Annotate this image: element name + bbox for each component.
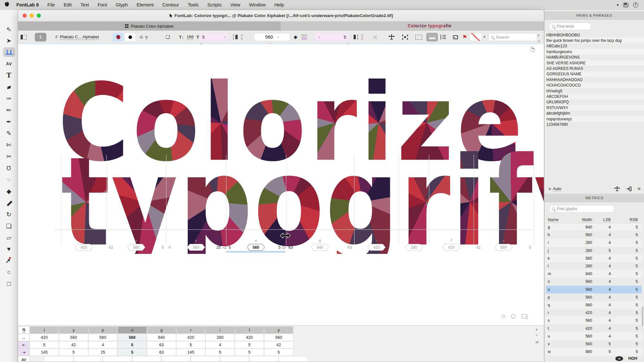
tool-scale[interactable]: ❏ bbox=[0, 220, 18, 232]
glyph-i[interactable]: i bbox=[452, 141, 488, 254]
tool-scissors[interactable]: ✂ bbox=[0, 151, 18, 162]
bottom-cell[interactable]: 42 bbox=[59, 341, 88, 348]
metrics-table-toggle-button[interactable] bbox=[426, 33, 438, 42]
pairs-item[interactable]: HVxehg5 bbox=[545, 88, 644, 94]
menu-item-text[interactable]: Text bbox=[80, 2, 89, 7]
glyph-brackets-icon[interactable] bbox=[402, 34, 408, 40]
flag-icon[interactable]: ⚑ bbox=[462, 34, 467, 41]
sidebearing-value[interactable]: 5 bbox=[162, 245, 164, 250]
rsb-chevron-icon[interactable]: ▾ bbox=[318, 35, 320, 39]
mark-color-swatch[interactable] bbox=[469, 33, 482, 41]
tool-magnet[interactable]: Ω bbox=[0, 162, 18, 174]
bottom-cell[interactable]: 145 bbox=[176, 348, 205, 356]
bottom-cell[interactable]: 640 bbox=[147, 334, 176, 341]
metrics-row-t[interactable]: t42045 bbox=[546, 324, 642, 332]
bottom-cell[interactable]: 5 bbox=[264, 348, 293, 356]
glyph-y[interactable]: y bbox=[111, 141, 179, 254]
bottom-cell[interactable]: 63 bbox=[147, 341, 176, 348]
pairs-item[interactable]: AS AGREES RUNAS bbox=[545, 66, 644, 71]
control-center-icon[interactable] bbox=[623, 3, 629, 7]
mark-color-dropdown-icon[interactable]: ▼ bbox=[483, 35, 486, 39]
pairs-item[interactable]: abcdefghijklm bbox=[545, 110, 644, 116]
minimize-window-button[interactable] bbox=[30, 14, 34, 18]
bottom-cell[interactable] bbox=[73, 356, 103, 362]
bottom-cell[interactable]: 420 bbox=[235, 334, 264, 341]
glyph-r[interactable]: r bbox=[400, 141, 452, 254]
list-panel-icon[interactable] bbox=[440, 35, 446, 40]
glyph-width-badge-p[interactable]: 560 bbox=[187, 244, 205, 251]
find-texts-field[interactable] bbox=[549, 23, 591, 30]
metrics-row-w[interactable]: w88055 bbox=[546, 348, 642, 356]
zoom-window-button[interactable] bbox=[37, 14, 41, 18]
sidebearing-value[interactable]: 42 bbox=[476, 245, 480, 250]
bottom-cell[interactable] bbox=[44, 356, 73, 362]
glyph-width-badge-o[interactable]: 560 bbox=[247, 244, 265, 251]
rsb-field[interactable]: ▾ 5 ·⇥ bbox=[315, 33, 350, 41]
bottom-col-header-y[interactable]: y bbox=[59, 326, 88, 334]
glyph-g[interactable]: g bbox=[325, 141, 400, 254]
bottom-cell[interactable]: 5 bbox=[30, 341, 59, 348]
glyph-f[interactable]: f bbox=[488, 141, 534, 254]
auto-label[interactable]: Auto bbox=[553, 187, 561, 191]
sidebearing-value[interactable]: 42 bbox=[109, 245, 113, 250]
tool-eyedropper[interactable]: ↗ bbox=[0, 255, 18, 266]
width-field[interactable]: 560 ▾ ←┄┄→ bbox=[254, 33, 290, 41]
tree-anchor-icon[interactable] bbox=[388, 34, 395, 40]
bottom-col-header-i[interactable]: i bbox=[205, 326, 235, 334]
menu-item-view[interactable]: View bbox=[230, 2, 240, 7]
pairs-item[interactable]: 1234567890 bbox=[545, 122, 644, 127]
glyph-width-badge-f[interactable]: 420 bbox=[442, 244, 460, 251]
bottom-row-label-3[interactable]: AV bbox=[18, 356, 30, 362]
text-size-down-button[interactable]: T↓ bbox=[179, 35, 184, 40]
sidebar-toggle-icon[interactable] bbox=[21, 35, 27, 40]
metrics-row-k[interactable]: k56045 bbox=[546, 255, 642, 262]
menu-item-file[interactable]: File bbox=[47, 2, 55, 7]
bottom-cell[interactable]: 4 bbox=[205, 341, 235, 348]
menu-item-tools[interactable]: Tools bbox=[188, 2, 199, 7]
tool-brush[interactable]: ✑ bbox=[0, 93, 18, 104]
bottom-row-label-1[interactable]: ⇤ bbox=[18, 341, 30, 348]
tool-tweak[interactable]: ∿ bbox=[0, 174, 18, 185]
tool-text[interactable]: T bbox=[0, 70, 18, 81]
metrics-row-m[interactable]: m84045 bbox=[546, 270, 642, 278]
pairs-item[interactable]: hamburgevons bbox=[545, 49, 644, 54]
tool-ruler[interactable]: ▬ bbox=[0, 197, 18, 209]
bottom-cell[interactable] bbox=[161, 356, 191, 362]
glyph-width-badge-y[interactable]: 560 bbox=[495, 244, 513, 251]
panel-close-icon[interactable]: ✕ bbox=[537, 40, 540, 44]
pairs-item[interactable]: ABCDEFGH bbox=[545, 94, 644, 99]
close-window-button[interactable] bbox=[23, 14, 27, 18]
sidebearing-value[interactable]: 5 bbox=[529, 245, 531, 250]
search-field[interactable] bbox=[488, 33, 537, 41]
metrics-mode-button[interactable]: ⇕ bbox=[35, 33, 46, 42]
glyph-canvas[interactable]: Colorize typogrify t420y560p560o560g640r… bbox=[18, 44, 544, 325]
bottom-cell[interactable] bbox=[220, 356, 249, 362]
pairs-item[interactable]: RSTUVWXY bbox=[545, 105, 644, 110]
bottom-cell[interactable]: 560 bbox=[118, 334, 147, 341]
sidebearing-value[interactable]: 63 bbox=[289, 245, 293, 250]
zoom-marquee-icon[interactable] bbox=[522, 314, 527, 318]
bottom-cell[interactable]: 280 bbox=[205, 334, 235, 341]
metrics-col-header-rsb[interactable]: RSB bbox=[613, 218, 640, 222]
glyph-width-badge-i[interactable]: 280 bbox=[405, 244, 423, 251]
metrics-row-p[interactable]: p56045 bbox=[546, 293, 642, 301]
bottom-row-label-0[interactable]: ↔ bbox=[18, 334, 30, 341]
metrics-row-n[interactable]: n56045 bbox=[546, 278, 642, 285]
bottom-col-header-r[interactable]: r bbox=[176, 326, 205, 334]
bottom-cell[interactable]: 5 bbox=[118, 341, 147, 348]
bottom-cell[interactable]: 420 bbox=[176, 334, 205, 341]
tool-ellipse[interactable]: ○ bbox=[0, 266, 18, 278]
tool-knife[interactable]: ✄ bbox=[0, 139, 18, 151]
panel-swap-icon[interactable]: ⇄ bbox=[535, 340, 539, 344]
bottom-col-header-p[interactable]: p bbox=[88, 326, 118, 334]
metrics-col-header-width[interactable]: Width bbox=[571, 218, 595, 222]
menu-item-window[interactable]: Window bbox=[249, 2, 266, 7]
color-glyph-swatch[interactable] bbox=[113, 33, 124, 42]
pairs-item[interactable]: the quick brown fox jumps over the lazy … bbox=[545, 38, 644, 43]
metrics-row-u[interactable]: u56045 bbox=[546, 332, 642, 340]
metrics-row-h[interactable]: h56045 bbox=[546, 231, 642, 239]
pairs-item[interactable]: HCHHCOHCOOCO bbox=[545, 83, 644, 88]
bottom-cell[interactable]: 5 bbox=[176, 341, 205, 348]
metrics-row-s[interactable]: s56045 bbox=[546, 317, 642, 324]
pairs-item[interactable]: HBHHBOHBOOBO bbox=[545, 32, 644, 38]
